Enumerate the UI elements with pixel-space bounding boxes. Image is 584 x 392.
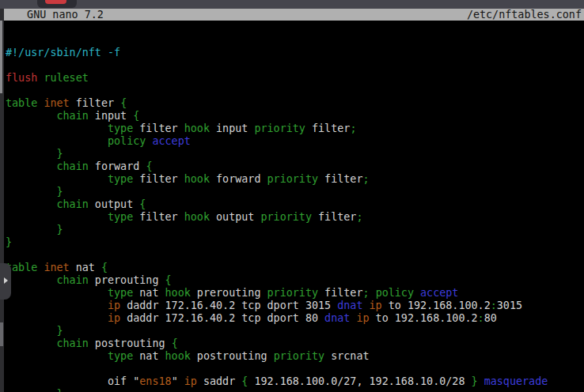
chevron-right-icon: [4, 277, 8, 284]
code-line: flush ruleset: [6, 72, 584, 85]
nano-titlebar: GNU nano 7.2 /etc/nftables.conf: [4, 9, 584, 21]
code-line: }: [6, 224, 584, 236]
app-title: GNU nano 7.2: [4, 9, 104, 21]
left-scrollbar-track: [0, 9, 4, 392]
code-line: ip daddr 172.16.40.2 tcp dport 3015 dnat…: [6, 300, 584, 312]
code-line: [6, 85, 584, 97]
file-path: /etc/nftables.conf: [467, 9, 584, 21]
editor-area[interactable]: #!/usr/sbin/nft -fflush rulesettable ine…: [6, 21, 584, 392]
tab-close-button[interactable]: [45, 0, 66, 4]
code-line: #!/usr/sbin/nft -f: [6, 47, 584, 59]
code-line: chain output {: [6, 198, 584, 211]
code-line: }: [6, 186, 584, 198]
code-line: chain forward {: [6, 160, 584, 173]
code-line: [6, 249, 584, 262]
code-line: table inet nat {: [6, 262, 584, 274]
code-line: }: [6, 325, 584, 337]
code-line: }: [6, 148, 584, 160]
code-line: [6, 363, 584, 375]
code-line: table inet filter {: [6, 97, 584, 110]
code-line: type nat hook prerouting priority filter…: [6, 287, 584, 300]
code-line: }: [6, 236, 584, 249]
browser-tab[interactable]: [37, 0, 77, 8]
window-chrome-bar: [0, 0, 584, 9]
code-line: type nat hook postrouting priority srcna…: [6, 350, 584, 363]
code-line: }: [6, 388, 584, 392]
code-line: type filter hook forward priority filter…: [6, 173, 584, 186]
code-line: type filter hook output priority filter;: [6, 211, 584, 224]
code-line: type filter hook input priority filter;: [6, 122, 584, 135]
code-line: [6, 59, 584, 72]
scrollbar-thumb-lower[interactable]: [0, 322, 3, 346]
sidebar-toggle-handle[interactable]: [0, 263, 11, 300]
code-lines: #!/usr/sbin/nft -fflush rulesettable ine…: [6, 47, 584, 392]
code-line: chain input {: [6, 110, 584, 122]
code-line: ip daddr 172.16.40.2 tcp dport 80 dnat i…: [6, 312, 584, 325]
code-line: chain prerouting {: [6, 274, 584, 287]
code-line: policy accept: [6, 135, 584, 148]
code-line: oif "ens18" ip saddr { 192.168.100.0/27,…: [6, 375, 584, 388]
code-line: chain postrouting {: [6, 337, 584, 350]
scrollbar-thumb-top[interactable]: [0, 21, 2, 93]
